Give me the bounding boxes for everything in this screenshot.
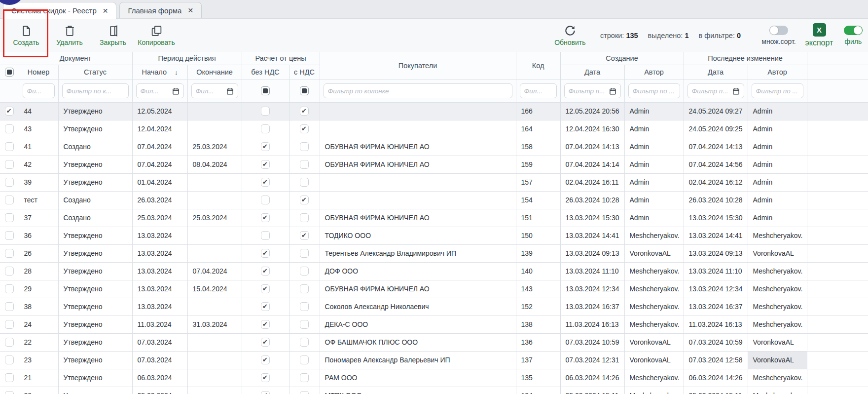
filter-toggle[interactable] <box>844 26 863 35</box>
select-all-checkbox[interactable] <box>5 68 14 77</box>
row-select-checkbox[interactable] <box>5 196 14 204</box>
no-vat-checkbox[interactable] <box>261 267 270 276</box>
calendar-icon[interactable] <box>226 87 234 95</box>
with-vat-checkbox[interactable] <box>300 284 309 293</box>
table-row[interactable]: тестСоздано26.03.202415426.03.2024 10:28… <box>0 191 868 209</box>
start-filter-input[interactable] <box>141 87 170 95</box>
no-vat-checkbox[interactable] <box>261 160 270 169</box>
close-icon[interactable]: ✕ <box>103 7 108 14</box>
tab-main-form[interactable]: Главная форма ✕ <box>119 2 202 18</box>
row-select-checkbox[interactable] <box>5 320 14 329</box>
row-select-checkbox[interactable] <box>5 284 14 293</box>
row-select-checkbox[interactable] <box>5 302 14 311</box>
row-select-checkbox[interactable] <box>5 160 14 169</box>
with-vat-checkbox[interactable] <box>300 124 309 133</box>
code-filter-input[interactable] <box>524 87 552 95</box>
no-vat-checkbox[interactable] <box>261 338 270 347</box>
table-row[interactable]: 20Утверждено05.03.2024МТПК ООО13405.03.2… <box>0 387 868 394</box>
row-select-checkbox[interactable] <box>5 391 14 394</box>
modification-author-filter-input[interactable] <box>756 87 799 95</box>
column-header-end[interactable]: Окончание <box>187 65 242 79</box>
table-row[interactable]: 29Утверждено13.03.202415.04.2024ОБУВНАЯ … <box>0 280 868 298</box>
no-vat-checkbox[interactable] <box>261 142 270 151</box>
no-vat-checkbox[interactable] <box>261 373 270 382</box>
no-vat-checkbox[interactable] <box>261 196 270 204</box>
column-header-modification-date[interactable]: Дата <box>684 65 748 79</box>
table-row[interactable]: 43Утверждено12.04.202416412.04.2024 16:3… <box>0 120 868 138</box>
row-select-checkbox[interactable] <box>5 355 14 364</box>
row-select-checkbox[interactable] <box>5 338 14 347</box>
row-select-checkbox[interactable] <box>5 124 14 133</box>
column-header-status[interactable]: Статус <box>58 65 132 79</box>
end-filter-input[interactable] <box>196 87 224 95</box>
with-vat-checkbox[interactable] <box>300 267 309 276</box>
no-vat-checkbox[interactable] <box>261 231 270 240</box>
close-icon[interactable]: ✕ <box>187 7 193 14</box>
no-vat-checkbox[interactable] <box>261 213 270 222</box>
table-row[interactable]: 23Утверждено07.03.2024Пономарев Александ… <box>0 351 868 369</box>
with-vat-checkbox[interactable] <box>300 178 309 187</box>
no-vat-checkbox[interactable] <box>261 284 270 293</box>
table-row[interactable]: 21Утверждено06.03.2024РАМ ООО13506.03.20… <box>0 369 868 387</box>
with-vat-checkbox[interactable] <box>300 160 309 169</box>
with-vat-checkbox[interactable] <box>300 249 309 258</box>
table-row[interactable]: 39Утверждено01.04.202415702.04.2024 16:1… <box>0 173 868 191</box>
table-row[interactable]: 37Создано25.03.202425.03.2024ОБУВНАЯ ФИР… <box>0 209 868 227</box>
table-row[interactable]: 24Утверждено11.03.202431.03.2024ДЕКА-С О… <box>0 315 868 333</box>
no-vat-checkbox[interactable] <box>261 320 270 329</box>
row-select-checkbox[interactable] <box>5 178 14 187</box>
with-vat-checkbox[interactable] <box>300 320 309 329</box>
excel-export-icon[interactable]: X <box>813 23 826 37</box>
no-vat-checkbox[interactable] <box>261 107 270 116</box>
column-header-buyers[interactable]: Покупатели <box>320 52 516 79</box>
column-header-creation-date[interactable]: Дата <box>560 65 624 79</box>
table-row[interactable]: 44Утверждено12.05.202416612.05.2024 20:5… <box>0 102 868 120</box>
column-header-code[interactable]: Код <box>516 52 560 79</box>
with-vat-checkbox[interactable] <box>300 302 309 311</box>
row-select-checkbox[interactable] <box>5 107 14 116</box>
row-select-checkbox[interactable] <box>5 142 14 151</box>
row-select-checkbox[interactable] <box>5 231 14 240</box>
row-select-checkbox[interactable] <box>5 249 14 258</box>
with-vat-checkbox[interactable] <box>300 107 309 116</box>
with-vat-filter-checkbox[interactable] <box>300 86 309 95</box>
with-vat-checkbox[interactable] <box>300 338 309 347</box>
no-vat-checkbox[interactable] <box>261 302 270 311</box>
with-vat-checkbox[interactable] <box>300 373 309 382</box>
status-filter-input[interactable] <box>67 87 124 95</box>
table-row[interactable]: 41Создано07.04.202425.03.2024ОБУВНАЯ ФИР… <box>0 138 868 156</box>
no-vat-checkbox[interactable] <box>261 178 270 187</box>
no-vat-checkbox[interactable] <box>261 124 270 133</box>
creation-author-filter-input[interactable] <box>633 87 676 95</box>
column-header-modification-author[interactable]: Автор <box>748 65 807 79</box>
tab-discount-registry[interactable]: Система скидок - Реестр ✕ <box>3 2 116 19</box>
calendar-icon[interactable] <box>609 87 616 95</box>
column-header-start[interactable]: Начало↓ <box>132 65 187 79</box>
calendar-icon[interactable] <box>732 87 740 95</box>
close-button[interactable]: Закрыть <box>94 19 132 52</box>
number-filter-input[interactable] <box>27 87 50 95</box>
table-row[interactable]: 26Утверждено13.03.2024Терентьев Александ… <box>0 244 868 262</box>
with-vat-checkbox[interactable] <box>300 196 309 204</box>
no-vat-checkbox[interactable] <box>261 355 270 364</box>
table-row[interactable]: 42Утверждено07.04.202408.04.2024ОБУВНАЯ … <box>0 156 868 173</box>
with-vat-checkbox[interactable] <box>300 355 309 364</box>
row-select-checkbox[interactable] <box>5 373 14 382</box>
no-vat-filter-checkbox[interactable] <box>261 86 270 95</box>
no-vat-checkbox[interactable] <box>261 391 270 394</box>
copy-button[interactable]: Копировать <box>137 19 176 52</box>
column-header-with-vat[interactable]: с НДС <box>289 65 320 79</box>
table-row[interactable]: 28Утверждено13.03.202407.04.2024ДОФ ООО1… <box>0 262 868 280</box>
buyers-filter-input[interactable] <box>328 87 508 95</box>
column-header-creation-author[interactable]: Автор <box>624 65 684 79</box>
no-vat-checkbox[interactable] <box>261 249 270 258</box>
with-vat-checkbox[interactable] <box>300 142 309 151</box>
column-header-no-vat[interactable]: без НДС <box>242 65 289 79</box>
create-button[interactable]: Создать <box>7 19 45 52</box>
table-row[interactable]: 38Утверждено13.03.2024Соколов Александр … <box>0 298 868 315</box>
calendar-icon[interactable] <box>172 87 180 95</box>
with-vat-checkbox[interactable] <box>300 213 309 222</box>
refresh-button[interactable]: Обновить <box>549 24 591 46</box>
row-select-checkbox[interactable] <box>5 213 14 222</box>
multisort-toggle[interactable] <box>769 26 788 35</box>
